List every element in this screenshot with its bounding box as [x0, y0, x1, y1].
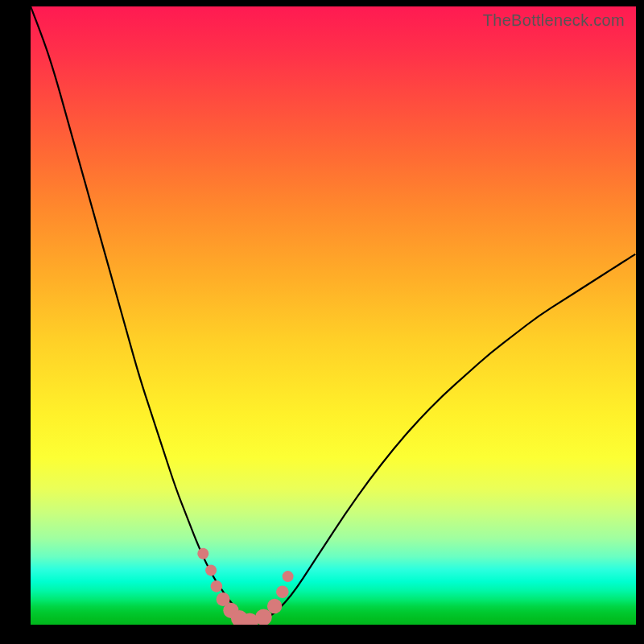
plot-area: TheBottleneck.com — [31, 6, 636, 625]
highlight-dot — [205, 564, 217, 576]
highlight-dot — [267, 599, 282, 613]
bottleneck-curve-path — [31, 6, 636, 621]
chart-frame: TheBottleneck.com — [0, 0, 644, 644]
curve-svg — [31, 6, 636, 625]
highlight-dot — [276, 586, 289, 599]
highlight-dot — [197, 548, 208, 559]
highlight-markers — [197, 548, 293, 625]
highlight-dot — [283, 571, 294, 582]
highlight-dot — [211, 580, 223, 592]
